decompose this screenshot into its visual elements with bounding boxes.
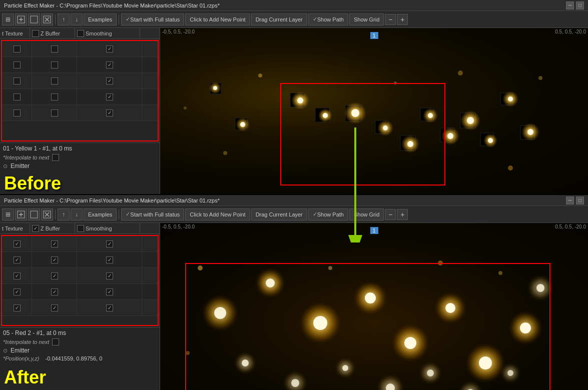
icon-add-b[interactable]	[15, 208, 27, 220]
emitter-label-bottom: Emitter	[11, 347, 30, 354]
info-title-bottom: 05 - Red 2 - #1, at 0 ms	[3, 330, 157, 336]
zbuf-cb-b2[interactable]	[51, 256, 58, 264]
minimize-btn-top[interactable]: ─	[566, 2, 574, 10]
interpolate-cb-top[interactable]	[52, 154, 59, 161]
table-row	[2, 41, 158, 57]
zoom-in-icon-top[interactable]: +	[397, 14, 408, 25]
texture-cb-b3[interactable]	[14, 272, 21, 280]
info-title-top: 01 - Yellow 1 - #1, at 0 ms	[3, 145, 157, 152]
zbuf-cb-b4[interactable]	[51, 288, 58, 296]
td-texture-5	[2, 105, 32, 120]
drag-layer-btn-top[interactable]: Drag Current Layer	[251, 14, 307, 26]
svg-point-43	[508, 96, 513, 102]
bottom-section: Particle Effect Maker - C:\Program Files…	[0, 195, 588, 390]
zbuf-cb-5[interactable]	[51, 110, 58, 116]
restore-btn-top[interactable]: □	[576, 2, 584, 10]
interpolate-cb-bottom[interactable]	[52, 338, 59, 346]
texture-cb-5[interactable]	[14, 110, 21, 116]
smooth-cb-b5[interactable]	[106, 304, 113, 312]
smooth-cb-b2[interactable]	[106, 256, 113, 264]
coords-tl-bottom: -0.5, 0.5, -20.0	[162, 224, 195, 230]
icon-down-b[interactable]: ↓	[71, 208, 83, 220]
icon-add[interactable]	[15, 14, 27, 26]
texture-cb-b2[interactable]	[14, 256, 21, 264]
smooth-header-cb[interactable]	[77, 30, 84, 37]
badge-bottom: 1	[370, 227, 378, 234]
show-path-btn-top[interactable]: Show Path	[308, 14, 348, 26]
icon-layout[interactable]: ⊞	[2, 14, 14, 26]
toolbar-bottom: ⊞ ↑ ↓ Examples Start with Full status Cl…	[0, 206, 588, 223]
smooth-cb-b1[interactable]	[106, 240, 113, 248]
selection-rect-top	[280, 83, 445, 186]
smooth-cb-2[interactable]	[106, 62, 113, 68]
texture-cb-1[interactable]	[14, 46, 21, 52]
zbuf-cb-2[interactable]	[51, 62, 58, 68]
show-path-btn-bottom[interactable]: Show Path	[308, 208, 348, 220]
td-zbuf-b1	[32, 236, 77, 252]
title-text-top: Particle Effect Maker - C:\Program Files…	[4, 2, 220, 8]
examples-btn-bottom[interactable]: Examples	[84, 208, 117, 220]
interpolate-row-top: *Interpolate to next	[3, 154, 157, 161]
table-row	[2, 89, 158, 105]
icon-delete[interactable]	[41, 14, 53, 26]
texture-cb-b5[interactable]	[14, 304, 21, 312]
table-row	[2, 105, 158, 121]
zoom-out-icon-top[interactable]: −	[385, 14, 396, 25]
svg-rect-3	[31, 16, 38, 23]
texture-cb-3[interactable]	[14, 78, 21, 84]
start-full-btn-bottom[interactable]: Start with Full status	[121, 208, 184, 220]
svg-point-46	[258, 74, 262, 78]
td-zbuf-b2	[32, 252, 77, 268]
zbuf-cb-b1[interactable]	[51, 240, 58, 248]
zoom-out-icon-bottom[interactable]: −	[385, 209, 396, 220]
svg-point-35	[467, 117, 474, 124]
icon-delete-b[interactable]	[41, 208, 53, 220]
minimize-btn-bottom[interactable]: ─	[566, 196, 574, 204]
td-smooth-4	[77, 89, 142, 104]
td-smooth-1	[77, 41, 142, 56]
zbuf-header-cb-b[interactable]	[32, 225, 39, 232]
zoom-in-icon-bottom[interactable]: +	[397, 209, 408, 220]
icon-down[interactable]: ↓	[71, 14, 83, 26]
texture-cb-b4[interactable]	[14, 288, 21, 296]
zbuf-cb-4[interactable]	[51, 94, 58, 100]
svg-rect-56	[31, 211, 38, 218]
col-smooth-bottom: Smoothing	[75, 223, 140, 234]
add-point-btn-top[interactable]: Click to Add New Point	[185, 14, 250, 26]
icon-up[interactable]: ↑	[58, 14, 70, 26]
interpolate-label-bottom: *Interpolate to next	[3, 339, 49, 345]
left-panel-top: t Texture Z Buffer Smoothing	[0, 28, 160, 194]
texture-cb-4[interactable]	[14, 94, 21, 100]
icon-layout-b[interactable]: ⊞	[2, 208, 14, 220]
texture-cb-b1[interactable]	[14, 240, 21, 248]
zbuf-header-cb[interactable]	[32, 30, 39, 37]
zbuf-cb-b5[interactable]	[51, 304, 58, 312]
td-smooth-3	[77, 73, 142, 88]
smooth-cb-4[interactable]	[106, 94, 113, 100]
show-grid-btn-top[interactable]: Show Grid	[349, 14, 384, 26]
icon-save-b[interactable]	[28, 208, 40, 220]
texture-cb-2[interactable]	[14, 62, 21, 68]
icon-save[interactable]	[28, 14, 40, 26]
after-label: After	[0, 365, 50, 390]
toolbar-top: ⊞ ↑ ↓ Examples Start with Full status Cl…	[0, 11, 588, 28]
smooth-cb-1[interactable]	[106, 46, 113, 52]
smooth-header-cb-b[interactable]	[77, 225, 84, 232]
svg-point-33	[447, 133, 453, 139]
start-full-btn-top[interactable]: Start with Full status	[121, 14, 184, 26]
smooth-cb-b4[interactable]	[106, 288, 113, 296]
zbuf-cb-b3[interactable]	[51, 272, 58, 280]
drag-layer-btn-bottom[interactable]: Drag Current Layer	[251, 208, 307, 220]
restore-btn-bottom[interactable]: □	[576, 196, 584, 204]
zbuf-cb-3[interactable]	[51, 78, 58, 84]
smooth-cb-5[interactable]	[106, 110, 113, 116]
examples-btn-top[interactable]: Examples	[84, 14, 117, 26]
td-zbuf-b5	[32, 300, 77, 316]
add-point-btn-bottom[interactable]: Click to Add New Point	[185, 208, 250, 220]
icon-up-b[interactable]: ↑	[58, 208, 70, 220]
smooth-cb-b3[interactable]	[106, 272, 113, 280]
zbuf-cb-1[interactable]	[51, 46, 58, 52]
left-panel-bottom: t Texture Z Buffer Smoothing	[0, 223, 160, 390]
before-label: Before	[0, 171, 65, 194]
smooth-cb-3[interactable]	[106, 78, 113, 84]
